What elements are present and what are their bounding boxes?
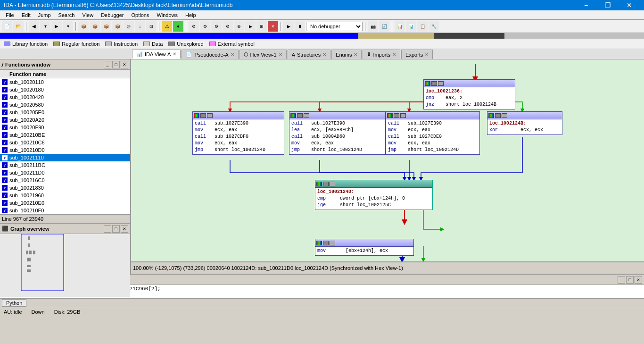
- back-button[interactable]: ◀: [29, 21, 39, 32]
- asm-block-7[interactable]: mov [ebx+124h], ecx: [315, 239, 414, 256]
- title-bar-controls: − ❐ ✕: [575, 0, 640, 10]
- func-item-16[interactable]: f sub_100210E0: [0, 199, 130, 207]
- tab-hex-view-1-close[interactable]: ✕: [279, 52, 282, 57]
- btn-f[interactable]: ↓: [135, 21, 145, 32]
- tab-enums[interactable]: Enums ✕: [331, 50, 362, 59]
- btn-proc2[interactable]: ⚙: [200, 21, 210, 32]
- btn-b[interactable]: 📦: [90, 21, 100, 32]
- menu-edit[interactable]: Edit: [18, 11, 34, 19]
- btn-extra[interactable]: ⊞: [256, 21, 267, 32]
- close-button[interactable]: ✕: [619, 0, 640, 10]
- tab-exports[interactable]: Exports ✕: [401, 50, 433, 59]
- btn-a[interactable]: 📦: [78, 21, 89, 32]
- tab-ida-view-a-close[interactable]: ✕: [173, 51, 176, 57]
- tab-exports-close[interactable]: ✕: [425, 52, 429, 57]
- block-icon-4b: [394, 113, 399, 118]
- func-item-7[interactable]: f sub_100210BE: [0, 131, 130, 139]
- func-item-0[interactable]: f sub_10020110: [0, 78, 130, 86]
- btn-extra2[interactable]: 📊: [395, 21, 405, 32]
- asm-block-3[interactable]: callsub_1027E390 leaecx, [eax+8FCh] call…: [289, 111, 386, 155]
- menu-view[interactable]: View: [78, 11, 97, 19]
- btn-g[interactable]: ⊡: [146, 21, 157, 32]
- func-item-17[interactable]: f sub_100210F0: [0, 207, 130, 214]
- func-item-11[interactable]: f sub_100211BC: [0, 161, 130, 169]
- asm-block-5[interactable]: loc_1002124B: xor ecx, ecx: [487, 111, 562, 135]
- output-maximize-btn[interactable]: □: [626, 276, 634, 284]
- btn-add[interactable]: ⊕: [234, 21, 244, 32]
- menu-options[interactable]: Options: [127, 11, 153, 19]
- func-item-12[interactable]: f sub_100211D0: [0, 169, 130, 176]
- tab-imports-close[interactable]: ✕: [392, 52, 396, 57]
- forward-button[interactable]: ▶: [51, 21, 62, 32]
- tab-pseudocode-a-close[interactable]: ✕: [231, 52, 234, 57]
- graph-overview-close-btn[interactable]: ✕: [121, 225, 128, 233]
- minimize-button[interactable]: −: [575, 0, 597, 10]
- functions-maximize-btn[interactable]: □: [112, 61, 120, 68]
- func-item-15[interactable]: f sub_10021960: [0, 192, 130, 199]
- tab-hex-view-1[interactable]: ⬡ Hex View-1 ✕: [239, 50, 287, 59]
- asm-block-2[interactable]: callsub_1027E390 movecx, eax callsub_102…: [192, 111, 284, 155]
- menu-jump[interactable]: Jump: [34, 11, 55, 19]
- btn-proc[interactable]: ⚙: [189, 21, 199, 32]
- open-button[interactable]: 📂: [13, 21, 24, 32]
- menu-help[interactable]: Help: [182, 11, 200, 19]
- debugger-combo[interactable]: No debugger: [306, 22, 363, 31]
- btn-snap2[interactable]: 🔄: [379, 21, 389, 32]
- functions-list[interactable]: f sub_10020110 f sub_10020180 f sub_1002…: [0, 78, 130, 214]
- toolbar-sep-1: [26, 22, 26, 31]
- btn-extra5[interactable]: 🔧: [429, 21, 439, 32]
- btn-extra4[interactable]: 📋: [417, 21, 428, 32]
- btn-run[interactable]: ●: [173, 21, 183, 32]
- menu-windows[interactable]: Windows: [153, 11, 182, 19]
- svg-rect-4: [33, 251, 35, 254]
- func-item-14[interactable]: f sub_10021830: [0, 184, 130, 192]
- maximize-button[interactable]: ❐: [597, 0, 619, 10]
- output-minimize-btn[interactable]: _: [618, 276, 625, 284]
- menu-search[interactable]: Search: [55, 11, 79, 19]
- back-more-button[interactable]: ▾: [40, 21, 50, 32]
- graph-overview-canvas[interactable]: [0, 234, 130, 297]
- btn-pause[interactable]: ⏸: [295, 21, 305, 32]
- btn-snap[interactable]: 📷: [368, 21, 378, 32]
- func-item-8[interactable]: f sub_100210C6: [0, 139, 130, 146]
- func-item-3[interactable]: f sub_10020580: [0, 101, 130, 109]
- menu-debugger[interactable]: Debugger: [97, 11, 127, 19]
- btn-proc4[interactable]: ⚙: [223, 21, 233, 32]
- asm-block-6[interactable]: loc_1002124D: cmp dword ptr [ebx+124h], …: [315, 180, 433, 210]
- btn-c[interactable]: 📦: [101, 21, 111, 32]
- tab-enums-close[interactable]: ✕: [354, 52, 357, 57]
- btn-more[interactable]: ▶: [245, 21, 256, 32]
- func-item-10[interactable]: f sub_10021110: [0, 154, 130, 161]
- asm-block-1[interactable]: loc_10021236: cmpeax, 2 jnzshort loc_100…: [423, 79, 515, 109]
- func-item-13[interactable]: f sub_100216C0: [0, 176, 130, 184]
- func-item-4[interactable]: f sub_100205E0: [0, 109, 130, 116]
- btn-d[interactable]: 📦: [112, 21, 123, 32]
- tab-structures[interactable]: A Structures ✕: [288, 50, 330, 59]
- btn-e[interactable]: ◎: [124, 21, 134, 32]
- btn-warn[interactable]: ⚠: [162, 21, 172, 32]
- menu-file[interactable]: File: [2, 11, 18, 19]
- func-item-2[interactable]: f sub_10020420: [0, 93, 130, 101]
- func-item-6[interactable]: f sub_10020F90: [0, 124, 130, 131]
- functions-close-btn[interactable]: ✕: [121, 61, 128, 68]
- forward-more-button[interactable]: ▾: [63, 21, 73, 32]
- python-tab-button[interactable]: Python: [2, 299, 26, 307]
- asm-block-4[interactable]: callsub_1027E390 movecx, eax callsub_102…: [386, 111, 480, 155]
- new-button[interactable]: 📄: [2, 21, 12, 32]
- graph-overview-minimize-btn[interactable]: _: [104, 225, 111, 233]
- output-close-btn[interactable]: ✕: [635, 276, 642, 284]
- tab-imports[interactable]: ⬇ Imports ✕: [363, 50, 400, 59]
- graph-view[interactable]: loc_10021236: cmpeax, 2 jnzshort loc_100…: [131, 59, 644, 261]
- functions-minimize-btn[interactable]: _: [104, 61, 111, 68]
- tab-structures-close[interactable]: ✕: [322, 52, 326, 57]
- graph-overview-maximize-btn[interactable]: □: [112, 225, 120, 233]
- func-item-9[interactable]: f sub_100210D0: [0, 146, 130, 154]
- btn-stop[interactable]: ✕: [268, 21, 278, 32]
- tab-pseudocode-a[interactable]: 📄 Pseudocode-A ✕: [182, 50, 238, 59]
- btn-proc3[interactable]: ⚙: [211, 21, 222, 32]
- func-item-1[interactable]: f sub_10020180: [0, 86, 130, 93]
- btn-play[interactable]: ▶: [283, 21, 294, 32]
- func-item-5[interactable]: f sub_10020A20: [0, 116, 130, 124]
- btn-extra3[interactable]: 📊: [406, 21, 416, 32]
- tab-ida-view-a[interactable]: 📊 IDA View-A ✕: [132, 50, 181, 59]
